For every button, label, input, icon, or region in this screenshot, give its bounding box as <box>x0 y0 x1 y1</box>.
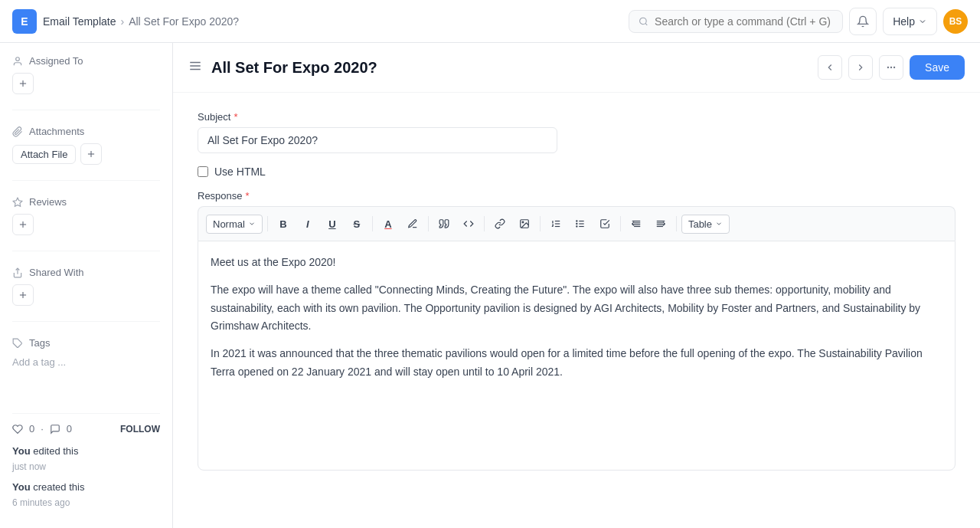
heart-icon <box>12 424 23 435</box>
link-button[interactable] <box>489 213 511 234</box>
bell-icon <box>857 15 869 28</box>
divider-1 <box>12 110 160 110</box>
nav-actions: Help BS <box>849 8 968 35</box>
svg-point-16 <box>890 67 891 67</box>
plus-icon <box>86 149 96 159</box>
add-assigned-to-button[interactable] <box>12 73 34 94</box>
add-tag-input[interactable]: Add a tag ... <box>12 355 160 368</box>
editor-paragraph-1: Meet us at the Expo 2020! <box>211 254 942 272</box>
bold-button[interactable]: B <box>273 213 294 234</box>
svg-point-20 <box>522 221 524 223</box>
attach-file-row: Attach File <box>12 143 160 165</box>
comments-count: 0 <box>67 423 72 435</box>
response-required: * <box>246 190 250 202</box>
paperclip-icon <box>12 126 23 137</box>
plus-icon <box>18 290 28 300</box>
code-button[interactable] <box>458 213 479 234</box>
notifications-button[interactable] <box>849 8 877 35</box>
svg-marker-6 <box>13 198 22 206</box>
strikethrough-button[interactable]: S <box>346 213 368 234</box>
follow-button[interactable]: FOLLOW <box>120 424 160 435</box>
use-html-checkbox[interactable] <box>198 166 208 177</box>
chevron-left-icon <box>825 62 835 73</box>
breadcrumb-current: All Set For Expo 2020? <box>129 15 239 28</box>
more-options-button[interactable] <box>879 55 903 80</box>
italic-button[interactable]: I <box>297 213 318 234</box>
assigned-to-section: Assigned To <box>12 55 160 94</box>
sidebar: Assigned To Attachments Attach File <box>0 43 173 528</box>
search-input[interactable] <box>655 15 833 28</box>
attachments-header: Attachments <box>12 126 160 137</box>
subject-label: Subject * <box>198 111 956 123</box>
main-content: All Set For Expo 2020? Save Subject <box>173 43 980 528</box>
blockquote-button[interactable] <box>433 213 455 234</box>
activity-entry-2: You created this6 minutes ago <box>12 480 160 510</box>
svg-point-17 <box>894 67 895 67</box>
save-button[interactable]: Save <box>910 55 965 80</box>
shared-with-label: Shared With <box>29 267 84 278</box>
search-bar[interactable] <box>629 10 843 33</box>
table-label: Table <box>688 218 712 230</box>
svg-point-27 <box>577 221 577 221</box>
table-button[interactable]: Table <box>681 215 730 234</box>
next-button[interactable] <box>848 55 873 80</box>
subject-input[interactable] <box>198 127 557 153</box>
code-icon <box>463 218 474 229</box>
text-format-select[interactable]: Normal <box>206 215 263 234</box>
page-header-actions: Save <box>818 55 965 80</box>
use-html-label: Use HTML <box>214 166 266 178</box>
checklist-button[interactable] <box>594 213 616 234</box>
text-format-value: Normal <box>213 218 245 230</box>
breadcrumb: Email Template › All Set For Expo 2020? <box>43 15 239 28</box>
reviews-section: Reviews <box>12 196 160 235</box>
plus-icon <box>18 219 28 230</box>
dot-separator: · <box>41 423 44 435</box>
separator-4 <box>484 216 485 231</box>
breadcrumb-email-template[interactable]: Email Template <box>43 15 116 28</box>
unordered-list-icon <box>575 218 586 229</box>
chevron-right-icon <box>855 62 866 73</box>
shared-with-header: Shared With <box>12 267 160 278</box>
avatar[interactable]: BS <box>943 9 968 34</box>
font-color-button[interactable]: A <box>377 213 399 234</box>
highlight-button[interactable] <box>402 213 423 234</box>
unordered-list-button[interactable] <box>570 213 591 234</box>
indent-right-button[interactable] <box>650 213 671 234</box>
add-attachment-button[interactable] <box>80 143 102 165</box>
help-button[interactable]: Help <box>883 8 937 35</box>
form-area: Subject * Use HTML Response * N <box>173 93 980 501</box>
indent-left-button[interactable] <box>626 213 647 234</box>
image-button[interactable] <box>514 213 535 234</box>
prev-button[interactable] <box>818 55 842 80</box>
page-title: All Set For Expo 2020? <box>211 59 808 77</box>
attach-file-button[interactable]: Attach File <box>12 145 76 164</box>
page-header: All Set For Expo 2020? Save <box>173 43 980 93</box>
svg-point-29 <box>577 226 577 227</box>
menu-toggle-button[interactable] <box>188 59 202 77</box>
user-icon <box>12 56 23 67</box>
tags-header: Tags <box>12 337 160 349</box>
reviews-header: Reviews <box>12 196 160 208</box>
add-review-button[interactable] <box>12 214 34 235</box>
separator-6 <box>620 216 621 231</box>
shared-with-section: Shared With <box>12 267 160 306</box>
add-shared-with-button[interactable] <box>12 284 34 306</box>
likes-count: 0 <box>29 423 34 435</box>
assigned-to-label: Assigned To <box>29 55 83 67</box>
ordered-list-button[interactable] <box>545 213 567 234</box>
ordered-list-icon <box>550 218 561 229</box>
tags-section: Tags Add a tag ... <box>12 337 160 368</box>
app-icon[interactable]: E <box>12 9 37 34</box>
table-chevron-icon <box>715 220 723 228</box>
link-icon <box>495 218 505 229</box>
response-field-group: Response * Normal B I U S A <box>198 190 956 471</box>
svg-point-28 <box>577 223 577 224</box>
checklist-icon <box>599 218 610 229</box>
menu-icon-svg <box>188 59 202 73</box>
top-nav: E Email Template › All Set For Expo 2020… <box>0 0 980 43</box>
underline-button[interactable]: U <box>322 213 343 234</box>
subject-field-group: Subject * <box>198 111 956 153</box>
editor-content-area[interactable]: Meet us at the Expo 2020! The expo will … <box>198 241 956 471</box>
svg-point-1 <box>16 57 20 61</box>
more-icon <box>886 62 897 73</box>
